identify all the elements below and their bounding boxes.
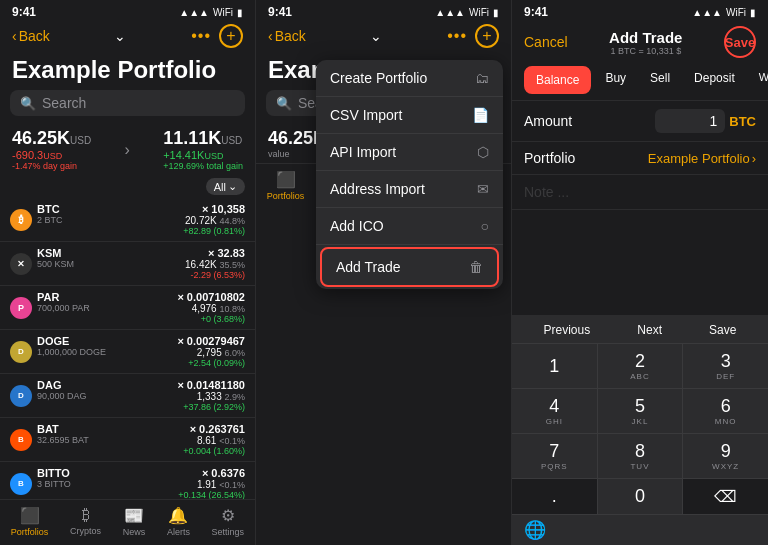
key-5[interactable]: 5 JKL: [598, 389, 683, 433]
tab-withdraw[interactable]: Withdr...: [749, 66, 768, 94]
list-item[interactable]: P PAR × 0.00710802 700,000 PAR 4,976 10.…: [0, 286, 255, 330]
tab-deposit[interactable]: Deposit: [684, 66, 745, 94]
list-item[interactable]: D DAG × 0.01481180 90,000 DAG 1,333 2.9%…: [0, 374, 255, 418]
tab-sell[interactable]: Sell: [640, 66, 680, 94]
amount-input[interactable]: [655, 109, 725, 133]
search-icon-2: 🔍: [276, 96, 292, 111]
par-icon: P: [10, 297, 32, 319]
portfolios-icon-2: ⬛: [276, 170, 296, 189]
key-7[interactable]: 7 PQRS: [512, 434, 597, 478]
status-icons: ▲▲▲ WiFi ▮: [179, 7, 243, 18]
key-6[interactable]: 6 MNO: [683, 389, 768, 433]
day-change: -690.3USD -1.47% day gain: [12, 149, 91, 171]
key-3[interactable]: 3 DEF: [683, 344, 768, 388]
tab-balance[interactable]: Balance: [524, 66, 591, 94]
previous-button[interactable]: Previous: [538, 321, 597, 339]
chevron-down-icon[interactable]: ⌄: [114, 28, 126, 44]
cancel-button[interactable]: Cancel: [524, 34, 568, 50]
filter-button[interactable]: All ⌄: [206, 178, 245, 195]
filter-row: All ⌄: [0, 175, 255, 198]
signal-icon: ▲▲▲: [179, 7, 209, 18]
nav-settings[interactable]: ⚙ Settings: [212, 506, 245, 537]
amount-input-group: BTC: [655, 109, 756, 133]
nav-label-portfolios-2: Portfolios: [267, 191, 305, 201]
key-2[interactable]: 2 ABC: [598, 344, 683, 388]
list-item[interactable]: B BITTO × 0.6376 3 BITTO 1.91 <0.1% +0.1…: [0, 462, 255, 499]
nav-portfolios-label: Portfolios: [11, 527, 49, 537]
list-item[interactable]: D DOGE × 0.00279467 1,000,000 DOGE 2,795…: [0, 330, 255, 374]
dropdown-add-ico[interactable]: Add ICO ○: [316, 208, 503, 245]
trade-title: Add Trade: [609, 29, 682, 46]
list-item[interactable]: ₿ BTC × 10,358 2 BTC 20.72K 44.8% +82.89…: [0, 198, 255, 242]
settings-icon: ⚙: [221, 506, 235, 525]
search-bar[interactable]: 🔍 Search: [10, 90, 245, 116]
amount-label: Amount: [524, 113, 572, 129]
globe-icon[interactable]: 🌐: [524, 519, 546, 541]
cost-block: 11.11KUSD +14.41KUSD +129.69% total gain: [163, 128, 243, 171]
back-chevron-icon: ‹: [12, 28, 17, 44]
news-icon: 📰: [124, 506, 144, 525]
asset-info: KSM × 32.83 500 KSM 16.42K 35.5% -2.29 (…: [37, 247, 245, 280]
ksm-icon: ✕: [10, 253, 32, 275]
trade-type-row: Balance Buy Sell Deposit Withdr...: [512, 60, 768, 101]
tab-buy[interactable]: Buy: [595, 66, 636, 94]
list-item[interactable]: ✕ KSM × 32.83 500 KSM 16.42K 35.5% -2.29…: [0, 242, 255, 286]
key-9[interactable]: 9 WXYZ: [683, 434, 768, 478]
add-button-2[interactable]: +: [475, 24, 499, 48]
backspace-icon: ⌫: [714, 487, 737, 506]
keyboard-save-button[interactable]: Save: [703, 321, 742, 339]
dropdown-create-portfolio[interactable]: Create Portfolio 🗂: [316, 60, 503, 97]
asset-info: DOGE × 0.00279467 1,000,000 DOGE 2,795 6…: [37, 335, 245, 368]
key-4[interactable]: 4 GHI: [512, 389, 597, 433]
nav-center-2: ⌄: [370, 28, 382, 44]
search-placeholder: Search: [42, 95, 86, 111]
dropdown-csv-import[interactable]: CSV Import 📄: [316, 97, 503, 134]
value-block: 46.25KUSD -690.3USD -1.47% day gain: [12, 128, 91, 171]
cryptos-icon: ₿: [82, 506, 90, 524]
amount-currency: BTC: [729, 114, 756, 129]
portfolio-stats: 46.25KUSD -690.3USD -1.47% day gain › 11…: [0, 124, 255, 175]
status-time: 9:41: [12, 5, 36, 19]
dropdown-add-trade[interactable]: Add Trade 🗑: [320, 247, 499, 287]
filter-chevron-icon: ⌄: [228, 180, 237, 193]
bat-icon: B: [10, 429, 32, 451]
list-item[interactable]: B BAT × 0.263761 32.6595 BAT 8.61 <0.1% …: [0, 418, 255, 462]
add-button[interactable]: +: [219, 24, 243, 48]
doge-icon: D: [10, 341, 32, 363]
top-nav-2: ‹ Back ⌄ ••• +: [256, 22, 511, 52]
more-options-button[interactable]: •••: [191, 27, 211, 45]
nav-portfolios[interactable]: ⬛ Portfolios: [11, 506, 49, 537]
key-8[interactable]: 8 TUV: [598, 434, 683, 478]
key-1[interactable]: 1: [512, 344, 597, 388]
asset-price: × 10,358: [202, 203, 245, 215]
portfolio-value[interactable]: Example Portfolio ›: [648, 151, 756, 166]
asset-info: BITTO × 0.6376 3 BITTO 1.91 <0.1% +0.134…: [37, 467, 245, 499]
note-row[interactable]: Note ...: [512, 175, 768, 210]
nav-cryptos-label: Cryptos: [70, 526, 101, 536]
nav-portfolios-2[interactable]: ⬛ Portfolios: [267, 170, 305, 201]
nav-news[interactable]: 📰 News: [123, 506, 146, 537]
key-dot[interactable]: .: [512, 479, 597, 514]
signal-icon-2: ▲▲▲: [435, 7, 465, 18]
key-backspace[interactable]: ⌫: [683, 479, 768, 514]
more-options-button-2[interactable]: •••: [447, 27, 467, 45]
back-label: Back: [19, 28, 50, 44]
key-0[interactable]: 0: [598, 479, 683, 514]
wifi-icon-3: WiFi: [726, 7, 746, 18]
keyboard-top-row: Previous Next Save: [512, 315, 768, 344]
asset-info: BTC × 10,358 2 BTC 20.72K 44.8% +82.89 (…: [37, 203, 245, 236]
next-button[interactable]: Next: [631, 321, 668, 339]
status-bar: 9:41 ▲▲▲ WiFi ▮: [0, 0, 255, 22]
dropdown-address-import[interactable]: Address Import ✉: [316, 171, 503, 208]
nav-alerts[interactable]: 🔔 Alerts: [167, 506, 190, 537]
battery-icon-2: ▮: [493, 7, 499, 18]
nav-cryptos[interactable]: ₿ Cryptos: [70, 506, 101, 537]
api-icon: ⬡: [477, 144, 489, 160]
dropdown-api-import[interactable]: API Import ⬡: [316, 134, 503, 171]
back-button[interactable]: ‹ Back: [12, 28, 50, 44]
back-button-2[interactable]: ‹ Back: [268, 28, 306, 44]
note-placeholder: Note ...: [524, 184, 569, 200]
nav-news-label: News: [123, 527, 146, 537]
chevron-down-icon-2[interactable]: ⌄: [370, 28, 382, 44]
save-button[interactable]: Save: [724, 26, 756, 58]
